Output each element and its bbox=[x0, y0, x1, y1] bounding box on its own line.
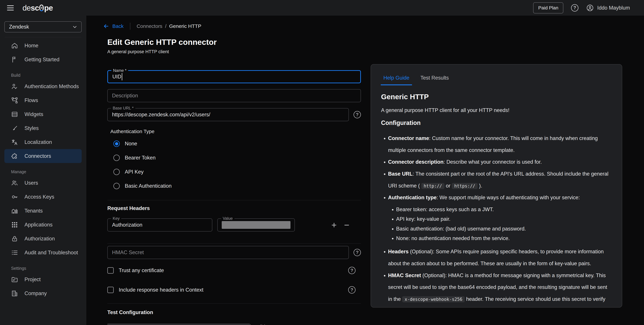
tab-help-guide[interactable]: Help Guide bbox=[384, 75, 410, 85]
paid-plan-button[interactable]: Paid Plan bbox=[533, 2, 563, 14]
description-field[interactable]: Description bbox=[107, 89, 361, 102]
sidebar-item-home[interactable]: Home bbox=[4, 39, 82, 53]
lock-icon bbox=[11, 235, 18, 242]
checkbox-include-response-headers-in-context[interactable]: Include response headers in Context bbox=[107, 287, 204, 293]
masked-value bbox=[222, 221, 290, 229]
header-value-field[interactable]: Value bbox=[217, 218, 295, 231]
base-url-field-value: https://descope.zendesk.com/api/v2/users… bbox=[112, 112, 210, 118]
add-header-button[interactable] bbox=[332, 220, 337, 229]
rows-icon bbox=[11, 111, 18, 118]
sidebar-item-users[interactable]: Users bbox=[4, 176, 82, 190]
help-bullet: Connector description: Describe what you… bbox=[388, 156, 612, 168]
help-panel: Help Guide Test Results Generic HTTP A g… bbox=[371, 64, 622, 307]
auth-option-label: API Key bbox=[125, 169, 144, 175]
sidebar-item-connectors[interactable]: Connectors bbox=[4, 149, 82, 163]
radio-checked-icon bbox=[113, 141, 120, 147]
project-selector[interactable]: Zendesk bbox=[4, 21, 82, 32]
sidebar: Zendesk HomeGetting StartedBuildAuthenti… bbox=[0, 16, 86, 325]
sidebar-item-label: Flows bbox=[24, 97, 38, 103]
sidebar-item-label: Applications bbox=[24, 222, 52, 228]
checkbox-help-icon[interactable] bbox=[348, 286, 356, 294]
remove-header-button[interactable] bbox=[344, 220, 350, 229]
base-url-field[interactable]: Base URL * https://descope.zendesk.com/a… bbox=[107, 108, 349, 121]
brush-icon bbox=[11, 125, 18, 132]
auth-type-label: Authentication Type bbox=[110, 129, 361, 134]
chevron-down-icon bbox=[72, 24, 78, 30]
sidebar-item-localization[interactable]: Localization bbox=[4, 135, 82, 149]
sidebar-item-getting-started[interactable]: Getting Started bbox=[4, 53, 82, 67]
sidebar-item-applications[interactable]: Applications bbox=[4, 218, 82, 232]
auth-option-none[interactable]: None bbox=[113, 137, 361, 151]
people-icon bbox=[11, 179, 18, 186]
sidebar-item-authentication-methods[interactable]: Authentication Methods bbox=[4, 79, 82, 93]
page-subtitle: A general purpose HTTP client bbox=[107, 49, 169, 54]
page-title: Edit Generic HTTP connector bbox=[107, 38, 217, 47]
breadcrumb: Back Connectors / Generic HTTP bbox=[103, 23, 201, 30]
auth-option-api-key[interactable]: API Key bbox=[113, 165, 361, 179]
sidebar-item-authorization[interactable]: Authorization bbox=[4, 232, 82, 246]
breadcrumb-parent[interactable]: Connectors bbox=[137, 23, 162, 29]
help-intro: A general purpose HTTP client for all yo… bbox=[381, 107, 612, 113]
checkbox-help-icon[interactable] bbox=[348, 267, 356, 274]
sidebar-item-label: Home bbox=[24, 43, 38, 49]
topbar-right: Paid Plan Iddo Mayblum bbox=[533, 2, 630, 14]
topbar-left: descpe bbox=[7, 3, 53, 13]
flag-icon bbox=[11, 56, 18, 63]
hmac-help-icon[interactable] bbox=[354, 249, 361, 256]
checkbox-row-include-response-headers-in-context: Include response headers in Context bbox=[107, 286, 356, 294]
request-headers-heading: Request Headers bbox=[107, 205, 361, 211]
breadcrumb-separator: / bbox=[165, 23, 166, 29]
help-bullet: Connector name: Custom name for your con… bbox=[388, 132, 612, 156]
name-field[interactable]: Name * UID bbox=[107, 70, 361, 83]
company-icon bbox=[11, 290, 18, 297]
horizontal-scrollbar[interactable] bbox=[107, 323, 250, 325]
sidebar-item-audit-and-troubleshoot[interactable]: Audit and Troubleshoot bbox=[4, 246, 82, 259]
checkbox-trust-any-certificate[interactable]: Trust any certificate bbox=[107, 267, 164, 274]
code-chip: http:// bbox=[421, 183, 444, 189]
topbar: descpe Paid Plan Iddo Mayblum bbox=[0, 0, 644, 16]
sidebar-item-label: Connectors bbox=[24, 153, 51, 159]
description-placeholder: Description bbox=[112, 93, 138, 99]
hmac-secret-field[interactable]: HMAC Secret bbox=[107, 246, 349, 259]
sidebar-item-widgets[interactable]: Widgets bbox=[4, 107, 82, 121]
header-key-field[interactable]: Key Authorization bbox=[107, 218, 212, 231]
logo-asterisk-icon bbox=[39, 5, 44, 11]
base-url-help-icon[interactable] bbox=[354, 111, 361, 118]
buildings-icon bbox=[11, 207, 18, 214]
request-headers-row: Key Authorization Value bbox=[107, 218, 361, 231]
puzzle-icon bbox=[11, 153, 18, 160]
tab-test-results[interactable]: Test Results bbox=[420, 75, 449, 85]
sidebar-item-label: Project bbox=[24, 276, 40, 282]
sidebar-item-styles[interactable]: Styles bbox=[4, 121, 82, 135]
radio-unchecked-icon bbox=[113, 183, 120, 189]
header-value-label: Value bbox=[221, 216, 234, 221]
hmac-row: HMAC Secret bbox=[107, 246, 361, 259]
auth-option-bearer-token[interactable]: Bearer Token bbox=[113, 151, 361, 165]
divider bbox=[107, 303, 361, 304]
auth-option-label: Basic Authentication bbox=[125, 183, 172, 189]
hamburger-menu-icon[interactable] bbox=[7, 5, 14, 11]
sidebar-item-label: Authentication Methods bbox=[24, 83, 79, 90]
sidebar-item-flows[interactable]: Flows bbox=[4, 93, 82, 107]
help-question-icon[interactable] bbox=[571, 4, 578, 12]
avatar-icon bbox=[586, 4, 594, 12]
sidebar-item-access-keys[interactable]: Access Keys bbox=[4, 190, 82, 204]
help-bullet: HMAC Secret (Optional): HMAC is a method… bbox=[388, 270, 612, 305]
sidebar-item-company[interactable]: Company bbox=[4, 286, 82, 300]
checkbox-label: Include response headers in Context bbox=[119, 287, 204, 293]
sidebar-item-label: Company bbox=[24, 290, 47, 296]
home-icon bbox=[11, 42, 18, 49]
divider bbox=[107, 243, 361, 244]
header-key-value: Authorization bbox=[112, 222, 142, 228]
header-key-label: Key bbox=[111, 216, 121, 221]
sidebar-item-label: Users bbox=[24, 180, 38, 186]
auth-option-basic-authentication[interactable]: Basic Authentication bbox=[113, 179, 361, 193]
sidebar-item-project[interactable]: Project bbox=[4, 272, 82, 286]
connector-form: Name * UID Description Base URL * https:… bbox=[107, 70, 361, 325]
sidebar-item-tenants[interactable]: Tenants bbox=[4, 204, 82, 218]
nav-section-manage: Manage bbox=[11, 169, 82, 174]
sidebar-item-label: Access Keys bbox=[24, 194, 54, 200]
user-menu[interactable]: Iddo Mayblum bbox=[586, 4, 630, 12]
breadcrumb-divider bbox=[130, 23, 130, 30]
back-button[interactable]: Back bbox=[103, 23, 124, 29]
